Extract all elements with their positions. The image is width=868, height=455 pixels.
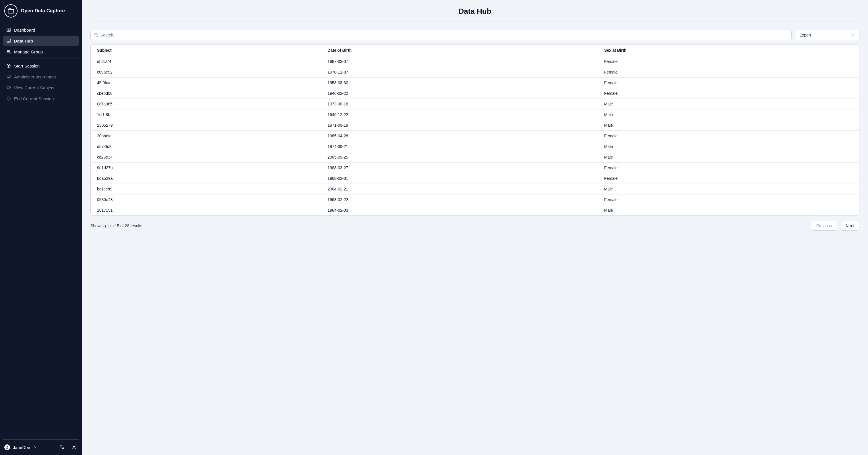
divider xyxy=(3,59,79,59)
cell-sex: Female xyxy=(598,131,859,141)
sidebar: Open Data Capture Dashboard Data Hub M xyxy=(0,0,82,455)
cell-subject: 2305279 xyxy=(91,120,321,131)
sidebar-footer: JaneDoe xyxy=(3,439,79,452)
page-title: Data Hub xyxy=(90,7,859,22)
svg-line-20 xyxy=(75,448,75,449)
cell-subject: 20bbefd xyxy=(91,131,321,141)
cell-dob: 1963-02-22 xyxy=(321,195,598,205)
table-row[interactable]: cbebd081946-02-22Female xyxy=(91,88,859,99)
table-row[interactable]: cd23e372005-09-25Male xyxy=(91,152,859,163)
search-input[interactable] xyxy=(90,30,792,40)
table-row[interactable]: d574fd31974-09-21Male xyxy=(91,141,859,152)
app-logo-icon xyxy=(4,4,18,18)
cell-dob: 1985-04-28 xyxy=(321,131,598,141)
table-row[interactable]: 0c7a0851973-08-16Male xyxy=(91,99,859,109)
cell-subject: 9d1d27b xyxy=(91,163,321,173)
database-icon xyxy=(6,38,11,44)
table-row[interactable]: 45f9fca1958-08-30Female xyxy=(91,78,859,88)
cell-subject: cbebd08 xyxy=(91,88,321,99)
table-row[interactable]: bc1ecb92004-02-21Male xyxy=(91,184,859,195)
nav-label: Manage Group xyxy=(14,49,43,54)
divider xyxy=(3,23,79,23)
cell-sex: Female xyxy=(598,88,859,99)
sidebar-item-view-current-subject: View Current Subject xyxy=(3,82,79,93)
cell-sex: Male xyxy=(598,184,859,195)
table-row[interactable]: c095e921970-11-07Female xyxy=(91,67,859,78)
previous-button: Previous xyxy=(811,221,837,231)
stop-circle-icon xyxy=(6,96,11,101)
cell-dob: 1974-09-21 xyxy=(321,141,598,152)
bar-chart-icon xyxy=(6,27,11,32)
export-label: Export xyxy=(799,33,811,37)
svg-point-15 xyxy=(7,446,8,447)
header-sex: Sex at Birth xyxy=(598,45,859,56)
cell-subject: bc1ecb9 xyxy=(91,184,321,195)
user-menu[interactable]: JaneDoe xyxy=(3,443,55,451)
sidebar-item-start-session[interactable]: Start Session xyxy=(3,61,79,71)
cell-sex: Male xyxy=(598,152,859,163)
cell-dob: 1973-08-16 xyxy=(321,99,598,109)
cell-sex: Male xyxy=(598,109,859,120)
sidebar-item-end-current-session: End Current Session xyxy=(3,93,79,104)
sidebar-item-data-hub[interactable]: Data Hub xyxy=(3,36,79,46)
nav-label: Data Hub xyxy=(14,38,33,44)
sidebar-item-manage-group[interactable]: Manage Group xyxy=(3,47,79,57)
table-row[interactable]: 0530e231963-02-22Female xyxy=(91,195,859,205)
app-title: Open Data Capture xyxy=(21,8,65,14)
table-row[interactable]: 23052791971-09-18Male xyxy=(91,120,859,131)
svg-point-6 xyxy=(9,51,10,52)
cell-dob: 2005-09-25 xyxy=(321,152,598,163)
svg-point-4 xyxy=(7,39,10,40)
cell-dob: 1958-08-30 xyxy=(321,78,598,88)
header-subject: Subject xyxy=(91,45,321,56)
next-button[interactable]: Next xyxy=(840,221,859,231)
export-button[interactable]: Export xyxy=(795,30,859,40)
sidebar-item-dashboard[interactable]: Dashboard xyxy=(3,25,79,35)
cell-sex: Female xyxy=(598,78,859,88)
translate-icon xyxy=(59,445,65,450)
cell-dob: 1987-03-07 xyxy=(321,56,598,67)
subjects-table-wrap: Subject Date of Birth Sex at Birth db6cf… xyxy=(90,44,859,216)
table-row[interactable]: db6cf741987-03-07Female xyxy=(91,56,859,67)
nav-label: Administer Instrument xyxy=(14,75,56,79)
svg-point-13 xyxy=(7,97,10,100)
cell-sex: Female xyxy=(598,173,859,184)
table-row[interactable]: 18171511964-02-03Male xyxy=(91,205,859,216)
username: JaneDoe xyxy=(13,445,30,450)
cell-subject: 1cf1f8b xyxy=(91,109,321,120)
cell-sex: Female xyxy=(598,56,859,67)
subjects-table: Subject Date of Birth Sex at Birth db6cf… xyxy=(91,45,859,216)
search-icon xyxy=(94,33,98,37)
nav-label: Dashboard xyxy=(14,28,35,32)
avatar-icon xyxy=(4,444,10,450)
table-row[interactable]: bda529a1968-03-31Female xyxy=(91,173,859,184)
cell-subject: 0530e23 xyxy=(91,195,321,205)
language-button[interactable] xyxy=(57,443,67,452)
nav-label: View Current Subject xyxy=(14,85,55,90)
nav-group-session: Start Session Administer Instrument View… xyxy=(3,61,79,104)
cell-subject: c095e92 xyxy=(91,67,321,78)
table-row[interactable]: 1cf1f8b1949-12-22Male xyxy=(91,109,859,120)
table-row[interactable]: 20bbefd1985-04-28Female xyxy=(91,131,859,141)
computer-icon xyxy=(6,74,11,79)
table-row[interactable]: 9d1d27b1983-03-27Female xyxy=(91,163,859,173)
header-dob: Date of Birth xyxy=(321,45,598,56)
cell-sex: Female xyxy=(598,195,859,205)
nav-group-primary: Dashboard Data Hub Manage Group xyxy=(3,25,79,57)
eye-icon xyxy=(6,85,11,90)
svg-marker-8 xyxy=(8,65,9,66)
nav-label: Start Session xyxy=(14,63,40,68)
svg-line-26 xyxy=(97,36,98,37)
cell-sex: Female xyxy=(598,163,859,173)
controls-row: Export xyxy=(90,30,859,40)
cell-dob: 2004-02-21 xyxy=(321,184,598,195)
cell-subject: 45f9fca xyxy=(91,78,321,88)
cell-dob: 1949-12-22 xyxy=(321,109,598,120)
cell-dob: 1964-02-03 xyxy=(321,205,598,216)
cell-subject: db6cf74 xyxy=(91,56,321,67)
theme-toggle-button[interactable] xyxy=(69,443,79,452)
svg-rect-9 xyxy=(7,75,10,78)
results-summary: Showing 1 to 15 of 28 results xyxy=(90,224,143,228)
svg-point-12 xyxy=(8,87,9,88)
search-wrap xyxy=(90,30,792,40)
